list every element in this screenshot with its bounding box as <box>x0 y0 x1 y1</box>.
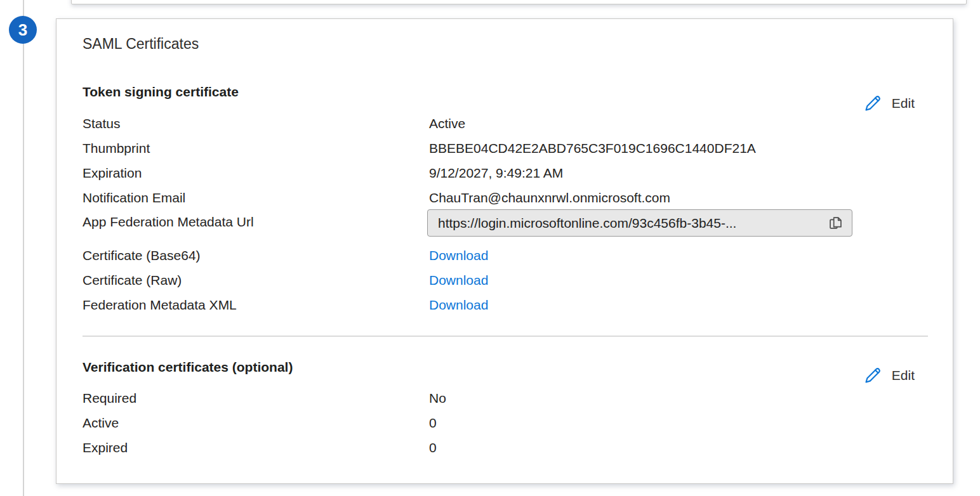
edit-button-label: Edit <box>892 96 915 111</box>
detail-row-cert-raw: Certificate (Raw) Download <box>83 271 488 289</box>
row-label: Federation Metadata XML <box>83 296 429 314</box>
row-value: Active <box>429 115 465 133</box>
row-label: App Federation Metadata Url <box>83 213 429 231</box>
download-certificate-base64-link[interactable]: Download <box>429 247 488 264</box>
row-label: Active <box>83 414 429 432</box>
metadata-url-value: https://login.microsoftonline.com/93c456… <box>438 216 826 231</box>
step-number-badge: 3 <box>9 16 37 44</box>
detail-row-cert-base64: Certificate (Base64) Download <box>83 247 488 264</box>
detail-row-federation-metadata-xml: Federation Metadata XML Download <box>83 296 488 314</box>
detail-row-metadata-url-label: App Federation Metadata Url <box>83 213 429 231</box>
token-signing-heading: Token signing certificate <box>83 84 239 100</box>
detail-row-thumbprint: Thumbprint BBEBE04CD42E2ABD765C3F019C169… <box>83 140 756 157</box>
pencil-icon <box>862 365 884 386</box>
detail-row-required: Required No <box>83 389 446 407</box>
edit-token-signing-button[interactable]: Edit <box>862 93 915 114</box>
row-value: ChauTran@chaunxnrwl.onmicrosoft.com <box>429 189 670 207</box>
row-value: No <box>429 389 446 407</box>
row-label: Required <box>83 389 429 407</box>
step-rail-line <box>23 0 24 496</box>
section-divider <box>83 336 928 337</box>
row-label: Expired <box>83 439 429 457</box>
row-label: Expiration <box>83 164 429 182</box>
detail-row-expired-count: Expired 0 <box>83 439 437 457</box>
saml-sso-page-section: 3 SAML Certificates Token signing certif… <box>0 0 980 496</box>
copy-url-button[interactable] <box>826 214 845 232</box>
row-label: Certificate (Base64) <box>83 247 429 264</box>
row-label: Certificate (Raw) <box>83 271 429 289</box>
detail-row-status: Status Active <box>83 115 465 133</box>
detail-row-active-count: Active 0 <box>83 414 437 432</box>
row-label: Notification Email <box>83 189 429 207</box>
download-certificate-raw-link[interactable]: Download <box>429 271 488 289</box>
row-label: Thumbprint <box>83 140 429 157</box>
card-title: SAML Certificates <box>83 36 199 53</box>
detail-row-expiration: Expiration 9/12/2027, 9:49:21 AM <box>83 164 563 182</box>
row-value: 9/12/2027, 9:49:21 AM <box>429 164 563 182</box>
download-federation-metadata-xml-link[interactable]: Download <box>429 296 488 314</box>
row-value: 0 <box>429 439 437 457</box>
row-label: Status <box>83 115 429 133</box>
row-value: BBEBE04CD42E2ABD765C3F019C1696C1440DF21A <box>429 140 756 157</box>
step-number: 3 <box>18 20 27 40</box>
row-value: 0 <box>429 414 437 432</box>
pencil-icon <box>862 93 884 114</box>
copy-icon <box>827 214 844 232</box>
previous-section-card-edge <box>71 0 967 4</box>
app-federation-metadata-url-field[interactable]: https://login.microsoftonline.com/93c456… <box>427 209 852 237</box>
detail-row-notification-email: Notification Email ChauTran@chaunxnrwl.o… <box>83 189 670 207</box>
edit-verification-button[interactable]: Edit <box>862 365 915 386</box>
verification-heading: Verification certificates (optional) <box>83 360 293 375</box>
saml-certificates-card: SAML Certificates Token signing certific… <box>56 18 953 484</box>
edit-button-label: Edit <box>892 368 915 383</box>
